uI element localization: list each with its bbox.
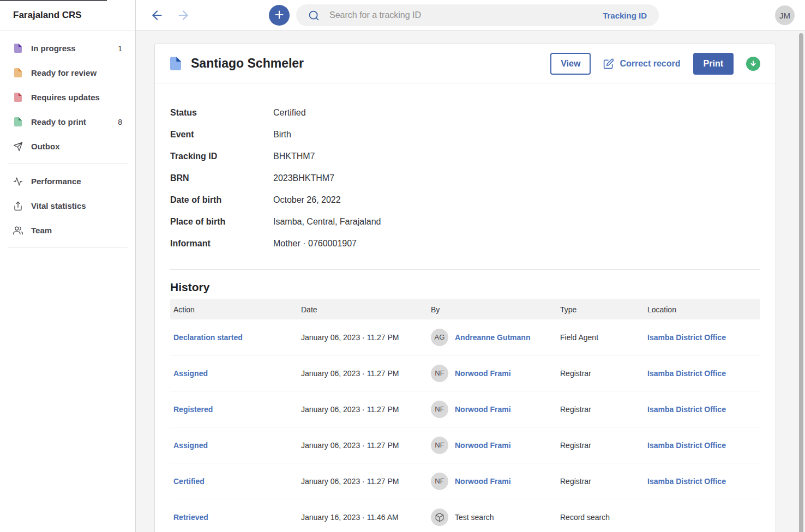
download-button[interactable] bbox=[746, 57, 760, 71]
location-link[interactable]: Isamba District Office bbox=[647, 333, 726, 342]
history-date: January 16, 2023 · 11.46 AM bbox=[301, 513, 431, 522]
detail-value: October 26, 2022 bbox=[273, 195, 341, 205]
print-button[interactable]: Print bbox=[693, 53, 734, 75]
sidebar-item-team[interactable]: Team bbox=[0, 218, 135, 243]
sidebar-item-label: Ready to print bbox=[31, 117, 118, 126]
detail-value: 2023BHKTHM7 bbox=[273, 173, 334, 183]
activity-icon bbox=[13, 177, 23, 186]
detail-row-status: StatusCertified bbox=[170, 102, 760, 124]
sidebar-item-label: Requires updates bbox=[31, 93, 122, 102]
paper-plane-icon bbox=[13, 142, 23, 152]
by-name: Test search bbox=[455, 513, 494, 522]
box-icon bbox=[431, 509, 448, 526]
by-user-link[interactable]: Norwood Frami bbox=[455, 441, 511, 450]
sidebar-item-count: 1 bbox=[118, 44, 122, 53]
view-button[interactable]: View bbox=[550, 53, 591, 75]
sidebar-item-vital-statistics[interactable]: Vital statistics bbox=[0, 194, 135, 218]
sidebar-divider bbox=[8, 247, 128, 248]
sidebar-item-label: In progress bbox=[31, 44, 118, 53]
action-link[interactable]: Retrieved bbox=[173, 513, 208, 522]
record-card: Santiago Schmeler View Correct record Pr… bbox=[154, 44, 776, 532]
sidebar-item-outbox[interactable]: Outbox bbox=[0, 134, 135, 159]
detail-row-tracking-id: Tracking IDBHKTHM7 bbox=[170, 146, 760, 167]
upload-icon bbox=[13, 201, 23, 211]
detail-label: Place of birth bbox=[170, 217, 273, 227]
sidebar-item-performance[interactable]: Performance bbox=[0, 169, 135, 194]
plus-icon bbox=[273, 9, 285, 22]
by-user-link[interactable]: Norwood Frami bbox=[455, 369, 511, 378]
sidebar-nav: In progress1Ready for reviewRequires upd… bbox=[0, 31, 135, 248]
vertical-scrollbar[interactable] bbox=[799, 33, 803, 532]
detail-row-event: EventBirth bbox=[170, 124, 760, 146]
history-row: Declaration startedJanuary 06, 2023 · 11… bbox=[170, 319, 760, 355]
history-type: Record search bbox=[560, 513, 647, 522]
location-link[interactable]: Isamba District Office bbox=[647, 405, 726, 414]
action-link[interactable]: Declaration started bbox=[173, 333, 243, 342]
document-icon bbox=[13, 93, 23, 102]
sidebar-divider bbox=[8, 164, 128, 164]
back-button[interactable] bbox=[150, 8, 164, 22]
history-row: AssignedJanuary 06, 2023 · 11.27 PMNFNor… bbox=[170, 355, 760, 391]
sidebar-item-in-progress[interactable]: In progress1 bbox=[0, 36, 135, 61]
forward-button[interactable] bbox=[176, 8, 190, 22]
record-card-header: Santiago Schmeler View Correct record Pr… bbox=[155, 44, 776, 83]
sidebar-item-requires-updates[interactable]: Requires updates bbox=[0, 85, 135, 110]
edit-icon bbox=[603, 58, 614, 69]
history-title: History bbox=[170, 281, 760, 294]
sidebar-item-label: Ready for review bbox=[31, 68, 122, 77]
location-link[interactable]: Isamba District Office bbox=[647, 477, 726, 486]
correct-record-label: Correct record bbox=[620, 59, 680, 69]
divider bbox=[170, 269, 760, 270]
history-type: Field Agent bbox=[560, 333, 647, 342]
detail-value: Mother · 0760001907 bbox=[273, 239, 357, 249]
sidebar-item-ready-to-print[interactable]: Ready to print8 bbox=[0, 110, 135, 134]
detail-label: Status bbox=[170, 108, 273, 118]
detail-label: Informant bbox=[170, 239, 273, 249]
record-actions: View Correct record Print bbox=[550, 53, 760, 75]
detail-label: BRN bbox=[170, 173, 273, 183]
history-date: January 06, 2023 · 11.27 PM bbox=[301, 369, 431, 378]
detail-label: Tracking ID bbox=[170, 152, 273, 161]
avatar: NF bbox=[431, 473, 448, 490]
sidebar-item-ready-for-review[interactable]: Ready for review bbox=[0, 61, 135, 85]
search-input[interactable] bbox=[328, 10, 603, 21]
correct-record-button[interactable]: Correct record bbox=[603, 53, 680, 75]
arrow-left-icon bbox=[150, 8, 164, 22]
sidebar-item-count: 8 bbox=[118, 118, 122, 126]
app-root: Farajaland CRS In progress1Ready for rev… bbox=[0, 0, 805, 532]
content-area: Santiago Schmeler View Correct record Pr… bbox=[136, 31, 805, 532]
history-table-header: Action Date By Type Location bbox=[170, 299, 760, 319]
location-link[interactable]: Isamba District Office bbox=[647, 369, 726, 378]
action-link[interactable]: Registered bbox=[173, 405, 213, 414]
new-declaration-button[interactable] bbox=[269, 5, 290, 26]
user-avatar[interactable]: JM bbox=[775, 5, 795, 25]
column-header-action: Action bbox=[170, 305, 301, 314]
sidebar-item-label: Vital statistics bbox=[31, 201, 122, 210]
history-type: Registrar bbox=[560, 477, 647, 486]
document-icon bbox=[170, 57, 181, 70]
search-bar[interactable]: Tracking ID bbox=[296, 4, 659, 26]
action-link[interactable]: Assigned bbox=[173, 441, 208, 450]
detail-row-brn: BRN2023BHKTHM7 bbox=[170, 167, 760, 189]
action-link[interactable]: Assigned bbox=[173, 369, 208, 378]
by-user-link[interactable]: Norwood Frami bbox=[455, 405, 511, 414]
history-date: January 06, 2023 · 11.27 PM bbox=[301, 477, 431, 486]
sidebar: Farajaland CRS In progress1Ready for rev… bbox=[0, 0, 136, 532]
detail-value: Isamba, Central, Farajaland bbox=[273, 217, 381, 227]
search-filter-chip[interactable]: Tracking ID bbox=[603, 11, 647, 20]
document-icon bbox=[13, 44, 23, 53]
location-link[interactable]: Isamba District Office bbox=[647, 441, 726, 450]
history-date: January 06, 2023 · 11.27 PM bbox=[301, 333, 431, 342]
history-row: AssignedJanuary 06, 2023 · 11.27 PMNFNor… bbox=[170, 427, 760, 463]
main-area: Tracking ID JM Santiago Schmeler View Co… bbox=[136, 0, 805, 532]
column-header-by: By bbox=[431, 305, 560, 314]
action-link[interactable]: Certified bbox=[173, 477, 205, 486]
document-icon bbox=[13, 117, 23, 127]
record-title: Santiago Schmeler bbox=[191, 56, 304, 71]
history-row: CertifiedJanuary 06, 2023 · 11.27 PMNFNo… bbox=[170, 463, 760, 499]
by-user-link[interactable]: Andreanne Gutmann bbox=[455, 333, 530, 342]
column-header-location: Location bbox=[647, 305, 760, 314]
by-user-link[interactable]: Norwood Frami bbox=[455, 477, 511, 486]
record-card-body: StatusCertifiedEventBirthTracking IDBHKT… bbox=[155, 83, 776, 532]
sidebar-item-label: Outbox bbox=[31, 142, 122, 151]
